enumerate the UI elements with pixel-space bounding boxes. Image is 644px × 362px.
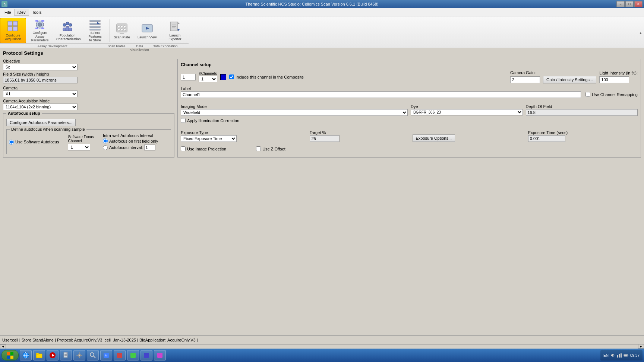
svg-rect-15 <box>69 28 72 31</box>
scroll-track[interactable] <box>6 344 638 349</box>
label-input[interactable] <box>181 91 581 98</box>
select-features-button[interactable]: Select Featuresto Store <box>81 18 109 43</box>
exposure-time-field: Exposure Time (secs) <box>528 130 638 142</box>
scroll-left-button[interactable]: ◄ <box>0 344 6 349</box>
cam-acq-mode-select[interactable]: 1104x1104 (2x2 binning) 2208x2208 (1x1 b… <box>3 104 78 110</box>
scan-plate-button[interactable]: Scan Plate <box>111 18 133 43</box>
select-features-icon <box>88 19 102 31</box>
software-autofocus-radio[interactable] <box>9 140 14 145</box>
software-autofocus-label: Use Software Autofocus <box>15 140 59 144</box>
svg-rect-63 <box>130 353 136 358</box>
first-field-radio[interactable] <box>103 139 108 143</box>
taskbar-app6[interactable]: M <box>100 350 112 361</box>
launch-view-button[interactable]: Launch View <box>135 18 159 43</box>
app6-icon: M <box>102 352 110 359</box>
software-focus-channel-field: Software FocusChannel 1 2 <box>68 135 94 150</box>
objective-select[interactable]: 5x 10x 20x <box>3 64 78 70</box>
taskbar-app9[interactable] <box>141 350 152 361</box>
title-bar-title: Thermo Scientific HCS Studio: Cellomics … <box>7 2 616 6</box>
depth-input[interactable] <box>526 109 638 116</box>
launch-exporter-label: Launch Exporter <box>164 34 186 41</box>
svg-rect-16 <box>90 20 100 22</box>
menu-idev[interactable]: iDev <box>14 9 29 16</box>
interval-input[interactable] <box>144 145 155 150</box>
svg-rect-1 <box>13 21 18 26</box>
dye-select[interactable]: BGRFR_386_23 <box>411 109 523 115</box>
svg-rect-38 <box>10 352 13 355</box>
svg-rect-18 <box>90 26 100 28</box>
svg-point-23 <box>121 26 123 28</box>
taskbar-app10[interactable] <box>154 350 166 361</box>
taskbar-app8[interactable] <box>127 350 139 361</box>
section-label-scan: Scan Plates <box>105 44 128 50</box>
scan-plate-icon <box>115 22 129 35</box>
include-composite-checkbox[interactable] <box>229 74 234 79</box>
taskbar-folder[interactable] <box>33 350 45 361</box>
taskbar-media[interactable] <box>47 350 59 361</box>
svg-rect-19 <box>90 29 100 30</box>
svg-point-25 <box>118 29 120 31</box>
sf-channel-select[interactable]: 1 2 <box>68 144 90 150</box>
camera-select[interactable]: X1 X2 <box>3 90 78 97</box>
target-input[interactable] <box>310 135 340 142</box>
taskbar-settings[interactable] <box>73 350 85 361</box>
num-channels-label: #Channels <box>199 72 217 76</box>
illumination-checkbox[interactable] <box>181 118 186 123</box>
use-channel-remapping-checkbox[interactable] <box>585 92 590 97</box>
exposure-type-select[interactable]: Fixed Exposure Time Auto Exposure <box>181 135 237 142</box>
channel-setup-title: Channel setup <box>181 62 638 67</box>
label-row: Label Use Channel Remapping <box>181 86 638 98</box>
scroll-right-button[interactable]: ► <box>638 344 644 349</box>
gain-intensity-button[interactable]: Gain / Intensity Settings... <box>543 76 596 83</box>
launch-view-label: Launch View <box>138 36 157 39</box>
num-channels-select[interactable]: 1 2 3 <box>199 76 217 82</box>
field-size-value: 1856.01 by 1856.01 microns <box>3 77 78 83</box>
use-z-offset-checkbox[interactable] <box>256 146 261 151</box>
use-image-projection-checkbox[interactable] <box>181 146 186 151</box>
camera-gain-input[interactable] <box>510 76 540 83</box>
minimize-button[interactable]: − <box>616 1 625 7</box>
svg-point-10 <box>63 23 66 26</box>
interval-label: Autofocus interval: <box>109 145 143 150</box>
launch-exporter-button[interactable]: Launch Exporter <box>161 18 189 43</box>
illumination-row: Apply Illumination Correction <box>181 118 638 123</box>
svg-rect-0 <box>8 21 12 26</box>
dye-field: Dye BGRFR_386_23 <box>411 104 523 116</box>
app10-icon <box>156 352 164 359</box>
close-button[interactable]: ✕ <box>634 1 643 7</box>
ribbon-divider-3 <box>160 19 160 42</box>
light-intensity-input[interactable] <box>599 76 629 83</box>
camera-gain-label: Camera Gain: <box>510 70 596 75</box>
channel-number-input[interactable] <box>181 74 196 80</box>
camera-label: Camera <box>3 86 78 90</box>
taskbar-ie[interactable] <box>20 350 32 361</box>
ribbon-assay-development: ConfigureAcquisition Con <box>0 18 189 48</box>
configure-autofocus-button[interactable]: Configure Autofocus Parameters... <box>6 119 76 126</box>
population-char-button[interactable]: PopulationCharacterization <box>54 18 81 43</box>
menu-tools[interactable]: Tools <box>29 9 45 15</box>
configure-assay-button[interactable]: Configure AssayParameters <box>26 18 54 43</box>
taskbar-docs[interactable] <box>60 350 72 361</box>
exposure-time-input[interactable] <box>528 135 565 142</box>
configure-acquisition-button[interactable]: ConfigureAcquisition <box>0 18 26 43</box>
ribbon-divider-2 <box>134 19 134 42</box>
population-char-icon <box>61 20 74 33</box>
svg-point-11 <box>66 22 69 25</box>
start-button[interactable] <box>1 350 19 361</box>
taskbar-app7[interactable] <box>114 350 126 361</box>
ribbon-expand[interactable]: ▲ <box>639 18 644 48</box>
imaging-mode-select[interactable]: Widefield Confocal <box>181 109 408 116</box>
population-char-label: PopulationCharacterization <box>56 34 79 41</box>
svg-rect-55 <box>79 357 80 358</box>
maximize-button[interactable]: □ <box>625 1 634 7</box>
svg-point-27 <box>124 29 126 31</box>
horizontal-scrollbar[interactable]: ◄ <box>0 344 638 349</box>
exposure-options-button[interactable]: Exposure Options... <box>413 134 455 142</box>
exposure-time-label: Exposure Time (secs) <box>528 130 638 135</box>
menu-file[interactable]: File <box>1 9 14 15</box>
clock: 09:37 <box>630 353 640 358</box>
svg-rect-62 <box>117 353 122 358</box>
taskbar-search[interactable] <box>87 350 99 361</box>
interval-radio[interactable] <box>103 145 108 150</box>
section-label-export: Data Exportation <box>151 44 179 50</box>
